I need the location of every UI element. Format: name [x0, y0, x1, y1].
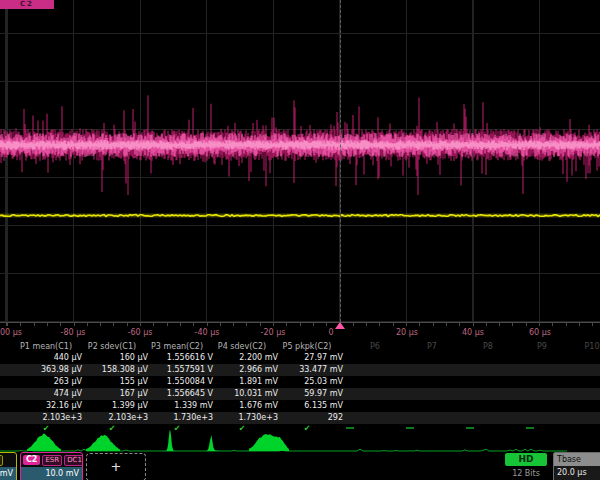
parameter-histicon: [27, 433, 61, 451]
axis-tick-label: -80 µs: [61, 328, 86, 337]
c1-coupling-badge: DC1M: [0, 455, 3, 466]
hd-mode-badge: HD: [505, 453, 547, 466]
histicon-mark: [346, 427, 354, 429]
tbase-scale-value: 20.0 µs: [554, 466, 600, 479]
parameter-histicon: [86, 435, 120, 451]
axis-tick-label: 0: [328, 328, 333, 337]
c2-esr-badge: ESR: [42, 455, 62, 466]
parameter-header[interactable]: P4 sdev(C2): [218, 342, 266, 351]
axis-tick-marks: [0, 323, 600, 326]
parameter-header-unused[interactable]: P7: [427, 342, 437, 351]
waveform-plot: [0, 0, 600, 322]
parameter-header[interactable]: P5 pkpk(C2): [283, 342, 332, 351]
parameter-value: 6.135 mV: [233, 401, 343, 410]
histicon-mark: [526, 427, 534, 429]
parameter-value: 27.97 mV: [233, 353, 343, 362]
parameter-value: 33.477 mV: [233, 365, 343, 374]
parameter-header-unused[interactable]: P10: [584, 342, 599, 351]
c2-coupling-badge: DC1M: [64, 455, 83, 466]
axis-tick-label: -60 µs: [128, 328, 153, 337]
axis-tick-label: -40 µs: [195, 328, 220, 337]
c1-scale-value: 10.0 mV: [0, 467, 16, 480]
histicon-strip: [0, 425, 600, 455]
axis-tick-label: 60 µs: [529, 328, 551, 337]
parameter-value: 59.97 mV: [233, 389, 343, 398]
channel2-descriptor-box[interactable]: C2 ESR DC1M 10.0 mV: [20, 452, 83, 480]
trigger-time-marker[interactable]: [335, 322, 345, 329]
parameter-header[interactable]: P3 mean(C2): [151, 342, 203, 351]
timebase-descriptor-box[interactable]: Tbase 20.0 µs: [553, 452, 600, 480]
trace-badge[interactable]: C2: [0, 0, 54, 9]
parameter-header-unused[interactable]: P8: [483, 342, 493, 351]
parameter-header-unused[interactable]: P6: [370, 342, 380, 351]
axis-tick-label: -20 µs: [261, 328, 286, 337]
parameter-value: 25.03 mV: [233, 377, 343, 386]
histicon-mark: [406, 427, 414, 429]
parameter-header-unused[interactable]: P9: [537, 342, 547, 351]
histicon-mark: [466, 427, 474, 429]
parameter-histicon: [249, 434, 289, 451]
axis-tick-label: 40 µs: [462, 328, 484, 337]
time-axis: -100 µs-80 µs-60 µs-40 µs-20 µs020 µs40 …: [0, 322, 600, 342]
trigger-position-line: [340, 0, 341, 322]
channel1-descriptor-box[interactable]: C1 DC1M 10.0 mV: [0, 452, 17, 480]
parameter-histicon: [206, 435, 220, 451]
parameter-header[interactable]: P1 mean(C1): [20, 342, 72, 351]
hd-bits-label: 12 Bits: [505, 469, 547, 478]
add-trace-button[interactable]: +: [86, 453, 146, 480]
axis-tick-label: -100 µs: [0, 328, 22, 337]
c2-chip: C2: [23, 455, 40, 465]
axis-tick-label: 20 µs: [396, 328, 418, 337]
oscilloscope-screen: C2 -100 µs-80 µs-60 µs-40 µs-20 µs020 µs…: [0, 0, 600, 480]
measure-table: P1 mean(C1)440 µV363.98 µV263 µV474 µV32…: [0, 341, 600, 433]
parameter-header[interactable]: P2 sdev(C1): [88, 342, 136, 351]
parameter-value: 292: [233, 413, 343, 422]
c2-scale-value: 10.0 mV: [21, 467, 82, 480]
tbase-title: Tbase: [554, 453, 600, 466]
parameter-histicon: [164, 430, 176, 451]
